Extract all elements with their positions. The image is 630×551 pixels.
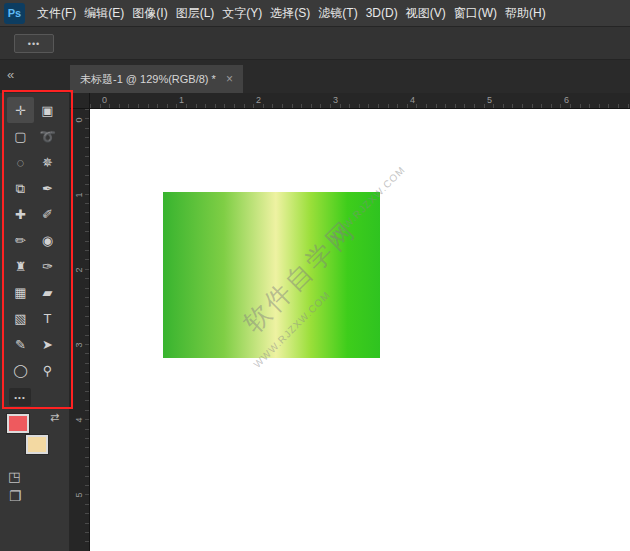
eyedropper-tool[interactable]: ✒	[34, 175, 61, 201]
foreground-swatch[interactable]	[7, 414, 29, 433]
zoom-tool[interactable]: ⚲	[34, 357, 61, 383]
ps-logo-icon: Ps	[4, 3, 25, 24]
ruler-label: 2	[256, 95, 261, 105]
type-tool-icon: T	[44, 312, 52, 325]
eyedropper-tool-icon: ✒	[42, 182, 53, 195]
rectangular-marquee-tool[interactable]: ▢	[7, 123, 34, 149]
crop-tool[interactable]: ⧉	[7, 175, 34, 201]
menu-view[interactable]: 视图(V)	[402, 0, 450, 27]
gradient-tool-icon: ▧	[14, 312, 26, 325]
tab-close-icon[interactable]: ×	[226, 72, 233, 86]
tab-bar: « 未标题-1 @ 129%(RGB/8) * ×	[0, 60, 630, 93]
document-tab-title: 未标题-1 @ 129%(RGB/8) *	[80, 72, 216, 87]
ruler-label: 0	[102, 95, 107, 105]
tools-grid: ✛ ▣ ▢ ➰ ◌ ✵ ⧉ ✒ ✚ ✐ ✏ ◉ ♜ ✑ ▦ ▰ ▧ T ✎ ➤ …	[0, 93, 69, 383]
history-brush-tool[interactable]: ✑	[34, 253, 61, 279]
menu-window[interactable]: 窗口(W)	[450, 0, 501, 27]
clone-stamp-tool-icon: ♜	[15, 260, 27, 273]
collapse-panels-icon[interactable]: «	[7, 67, 14, 82]
tools-panel: ✛ ▣ ▢ ➰ ◌ ✵ ⧉ ✒ ✚ ✐ ✏ ◉ ♜ ✑ ▦ ▰ ▧ T ✎ ➤ …	[0, 93, 70, 551]
horizontal-ruler[interactable]: 0 1 2 3 4 5 6	[90, 93, 630, 109]
photoshop-window: Ps 文件(F) 编辑(E) 图像(I) 图层(L) 文字(Y) 选择(S) 滤…	[0, 0, 630, 551]
move-tool-icon: ✛	[15, 104, 26, 117]
brush-tool[interactable]: ✏	[7, 227, 34, 253]
path-selection-tool[interactable]: ➤	[34, 331, 61, 357]
lasso-tool-icon: ➰	[39, 130, 55, 143]
menu-select[interactable]: 选择(S)	[266, 0, 314, 27]
document-area: 0 1 2 3 4 5 6 0 1 2 3 4 5 WWW.RJZXW.COM …	[70, 93, 630, 551]
ruler-label: 4	[74, 414, 84, 426]
menu-bar: Ps 文件(F) 编辑(E) 图像(I) 图层(L) 文字(Y) 选择(S) 滤…	[0, 0, 630, 27]
spot-healing-brush-tool[interactable]: ✚	[7, 201, 34, 227]
move-tool[interactable]: ✛	[7, 97, 34, 123]
shape-tool-icon: ◯	[13, 364, 28, 377]
ruler-origin-corner[interactable]	[70, 93, 90, 109]
ruler-label: 6	[564, 95, 569, 105]
menu-layer[interactable]: 图层(L)	[172, 0, 219, 27]
artboard-tool-icon: ▣	[41, 104, 53, 117]
tool-preset-more-button[interactable]: •••	[14, 34, 54, 53]
ruler-label: 1	[179, 95, 184, 105]
artboard-tool[interactable]: ▣	[34, 97, 61, 123]
menu-help[interactable]: 帮助(H)	[501, 0, 550, 27]
eraser-tool[interactable]: ▰	[34, 279, 61, 305]
perspective-crop-tool[interactable]: ▦	[7, 279, 34, 305]
magic-wand-tool-icon: ✵	[42, 156, 53, 169]
color-swatches: ⇄ ◳ ❐	[0, 411, 70, 511]
elliptical-marquee-tool[interactable]: ◌	[7, 149, 34, 175]
switch-colors-icon[interactable]: ⇄	[50, 411, 59, 424]
shape-tool[interactable]: ◯	[7, 357, 34, 383]
ruler-label: 4	[410, 95, 415, 105]
brush-tool-icon: ✏	[15, 234, 26, 247]
vertical-ruler[interactable]: 0 1 2 3 4 5	[70, 109, 90, 551]
menu-file[interactable]: 文件(F)	[33, 0, 80, 27]
ruler-label: 2	[74, 264, 84, 276]
gradient-tool[interactable]: ▧	[7, 305, 34, 331]
options-bar: •••	[0, 27, 630, 60]
ruler-label: 3	[333, 95, 338, 105]
rectangular-marquee-tool-icon: ▢	[14, 130, 26, 143]
ruler-label: 5	[74, 489, 84, 501]
elliptical-marquee-tool-icon: ◌	[17, 156, 25, 169]
eraser-tool-icon: ▰	[43, 286, 53, 299]
type-tool[interactable]: T	[34, 305, 61, 331]
spot-healing-brush-tool-icon: ✚	[15, 208, 26, 221]
ruler-label: 3	[74, 339, 84, 351]
clone-stamp-tool[interactable]: ♜	[7, 253, 34, 279]
path-selection-tool-icon: ➤	[42, 338, 53, 351]
document-tab[interactable]: 未标题-1 @ 129%(RGB/8) * ×	[70, 65, 243, 93]
mixer-brush-tool-icon: ✐	[42, 208, 53, 221]
smudge-tool[interactable]: ◉	[34, 227, 61, 253]
background-swatch[interactable]	[26, 435, 48, 454]
menu-image[interactable]: 图像(I)	[128, 0, 171, 27]
menu-edit[interactable]: 编辑(E)	[80, 0, 128, 27]
lasso-tool[interactable]: ➰	[34, 123, 61, 149]
ruler-label: 0	[74, 114, 84, 126]
pencil-tool[interactable]: ✎	[7, 331, 34, 357]
menu-filter[interactable]: 滤镜(T)	[314, 0, 361, 27]
mixer-brush-tool[interactable]: ✐	[34, 201, 61, 227]
edit-toolbar-button[interactable]: •••	[9, 388, 31, 406]
screen-mode-icon[interactable]: ❐	[9, 488, 22, 504]
canvas[interactable]: WWW.RJZXW.COM 软件自学网 WWW.RJZXW.COM	[90, 109, 630, 551]
perspective-crop-tool-icon: ▦	[14, 286, 26, 299]
crop-tool-icon: ⧉	[16, 182, 25, 195]
pencil-tool-icon: ✎	[15, 338, 26, 351]
quick-mask-icon[interactable]: ◳	[8, 469, 20, 484]
menu-3d[interactable]: 3D(D)	[362, 0, 402, 27]
ruler-label: 5	[487, 95, 492, 105]
zoom-tool-icon: ⚲	[43, 364, 53, 377]
ruler-label: 1	[74, 189, 84, 201]
smudge-tool-icon: ◉	[42, 234, 53, 247]
history-brush-tool-icon: ✑	[42, 260, 53, 273]
menu-type[interactable]: 文字(Y)	[218, 0, 266, 27]
magic-wand-tool[interactable]: ✵	[34, 149, 61, 175]
